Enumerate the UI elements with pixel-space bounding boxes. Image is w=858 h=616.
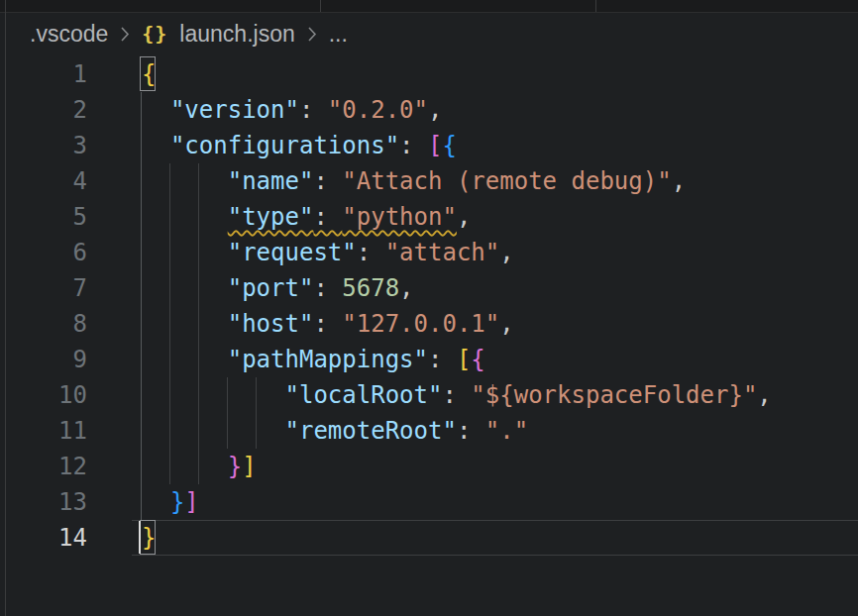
- code-token: [: [457, 346, 471, 373]
- line-number[interactable]: 7: [0, 270, 87, 306]
- code-token: {: [471, 346, 484, 373]
- json-file-icon: {}: [142, 22, 167, 46]
- code-token: "port": [228, 274, 314, 302]
- line-number[interactable]: 2: [0, 92, 87, 128]
- code-line[interactable]: 6 "request": "attach",: [0, 235, 858, 270]
- code-line[interactable]: 1{: [0, 56, 858, 92]
- breadcrumb: .vscode {} launch.json ...: [0, 13, 858, 54]
- code-token: :: [457, 417, 485, 445]
- code-line[interactable]: 10 "localRoot": "${workspaceFolder}",: [0, 377, 858, 413]
- breadcrumb-item-file[interactable]: launch.json: [179, 21, 294, 48]
- code-line[interactable]: 4 "name": "Attach (remote debug)",: [0, 163, 858, 199]
- code-line[interactable]: 7 "port": 5678,: [0, 270, 858, 306]
- code-token: ,: [399, 274, 413, 302]
- code-token: "remoteRoot": [285, 417, 457, 445]
- code-token: :: [428, 346, 457, 373]
- breadcrumb-item-folder[interactable]: .vscode: [30, 21, 108, 48]
- code-token: ".": [485, 417, 528, 445]
- code-text[interactable]: "version": "0.2.0",: [142, 92, 442, 128]
- code-line[interactable]: 9 "pathMappings": [{: [0, 342, 858, 377]
- code-token: ,: [457, 203, 471, 231]
- code-text[interactable]: }]: [142, 449, 257, 484]
- code-token: "name": [228, 167, 314, 195]
- code-line[interactable]: 14}: [0, 520, 858, 556]
- editor-left-border: [5, 0, 6, 616]
- code-token: [142, 239, 228, 266]
- bracket-match-box: [140, 520, 156, 555]
- code-token: :: [399, 132, 428, 159]
- code-token: [142, 310, 228, 338]
- code-line[interactable]: 5 "type": "python",: [0, 199, 858, 235]
- code-token: [142, 346, 228, 373]
- line-number[interactable]: 10: [0, 377, 87, 413]
- code-token: ,: [757, 381, 771, 409]
- code-token: "request": [228, 239, 357, 266]
- code-token: "127.0.0.1": [342, 310, 499, 338]
- code-token: "type": [228, 203, 314, 231]
- code-token: [142, 488, 170, 516]
- code-text[interactable]: "port": 5678,: [142, 270, 414, 306]
- code-text[interactable]: "pathMappings": [{: [142, 342, 485, 377]
- code-lines: 1{2 "version": "0.2.0",3 "configurations…: [0, 56, 858, 556]
- code-line[interactable]: 11 "remoteRoot": ".": [0, 413, 858, 449]
- code-token: :: [299, 96, 328, 124]
- tab-bar: [0, 0, 858, 13]
- code-token: }: [170, 488, 184, 516]
- code-token: "version": [170, 96, 299, 124]
- code-token: :: [442, 381, 471, 409]
- code-token: "configurations": [170, 132, 399, 159]
- code-text[interactable]: "localRoot": "${workspaceFolder}",: [142, 377, 772, 413]
- code-line[interactable]: 2 "version": "0.2.0",: [0, 92, 858, 128]
- line-number[interactable]: 8: [0, 306, 87, 342]
- code-text[interactable]: "configurations": [{: [142, 128, 457, 163]
- code-token: "host": [228, 310, 314, 338]
- text-cursor: [139, 521, 141, 554]
- code-token: "attach": [385, 239, 500, 266]
- tab-separator: [320, 0, 321, 12]
- breadcrumb-item-symbol[interactable]: ...: [329, 21, 348, 48]
- line-number[interactable]: 5: [0, 199, 87, 235]
- code-token: "localRoot": [285, 381, 443, 409]
- code-text[interactable]: "name": "Attach (remote debug)",: [142, 163, 686, 199]
- code-line[interactable]: 8 "host": "127.0.0.1",: [0, 306, 858, 342]
- line-number[interactable]: 3: [0, 128, 87, 163]
- code-token: [142, 417, 285, 445]
- code-token: "0.2.0": [328, 96, 428, 124]
- line-number[interactable]: 14: [0, 520, 87, 556]
- warning-squiggle: "type": "python": [228, 203, 457, 231]
- code-token: :: [313, 167, 342, 195]
- code-text[interactable]: "remoteRoot": ".": [142, 413, 528, 449]
- code-token: [: [428, 132, 442, 159]
- code-text[interactable]: "request": "attach",: [142, 235, 514, 270]
- code-token: "python": [342, 203, 457, 231]
- vscode-window: .vscode {} launch.json ... 1{2 "version"…: [0, 0, 858, 616]
- line-number[interactable]: 1: [0, 56, 87, 92]
- code-text[interactable]: }]: [142, 484, 199, 520]
- code-token: ]: [184, 488, 198, 516]
- code-line[interactable]: 3 "configurations": [{: [0, 128, 858, 163]
- code-token: [142, 203, 228, 231]
- code-token: :: [313, 310, 342, 338]
- code-token: ,: [499, 310, 513, 338]
- code-token: [142, 274, 228, 302]
- code-token: :: [313, 203, 342, 231]
- code-token: ,: [672, 167, 686, 195]
- code-text[interactable]: "type": "python",: [142, 199, 471, 235]
- code-token: "pathMappings": [228, 346, 428, 373]
- line-number[interactable]: 9: [0, 342, 87, 377]
- chevron-right-icon: [120, 26, 130, 43]
- code-token: ,: [499, 239, 513, 266]
- line-number[interactable]: 13: [0, 484, 87, 520]
- code-token: [142, 167, 228, 195]
- code-token: :: [357, 239, 385, 266]
- line-number[interactable]: 4: [0, 163, 87, 199]
- line-number[interactable]: 6: [0, 235, 87, 270]
- code-token: "${workspaceFolder}": [471, 381, 757, 409]
- code-token: :: [313, 274, 342, 302]
- code-line[interactable]: 13 }]: [0, 484, 858, 520]
- code-line[interactable]: 12 }]: [0, 449, 858, 484]
- code-text[interactable]: "host": "127.0.0.1",: [142, 306, 514, 342]
- line-number[interactable]: 12: [0, 449, 87, 484]
- line-number[interactable]: 11: [0, 413, 87, 449]
- code-token: [142, 381, 285, 409]
